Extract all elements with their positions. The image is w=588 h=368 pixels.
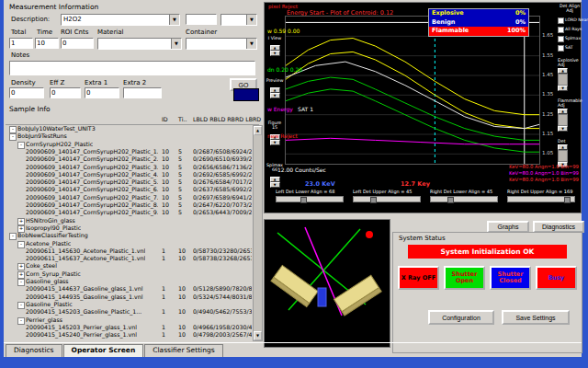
adjuster-scrollbar[interactable]: ▲▼ (558, 68, 568, 91)
det-align-slider[interactable]: Right Det Lower Align = 45 (430, 189, 503, 202)
spinner-down-icon[interactable]: ▼ (270, 51, 280, 56)
material-combo[interactable]: ▼ (97, 38, 182, 50)
color-swatch-button[interactable] (233, 88, 259, 101)
tree-row[interactable]: -BobJuly10WaterTest_UNIT3 (6, 125, 252, 132)
scroll-track[interactable] (558, 74, 568, 86)
tree-item-label: BobNewClassifierTesting (17, 232, 88, 239)
spinner[interactable]: ▲▼ (270, 87, 280, 98)
description-combo[interactable]: H2O2 ▼ (61, 14, 180, 26)
tree-row[interactable]: 20090609_140147_CornSyrupH202_Plastic_2.… (6, 155, 252, 163)
y-axis-tick: 1.35 (542, 91, 553, 97)
status-button-shutter-open[interactable]: Shutter Open (444, 266, 485, 290)
energy-chart-panel: pixel Reject Energy Start - Plot of Cent… (264, 2, 582, 213)
slider-thumb[interactable] (370, 197, 377, 203)
aux-combo[interactable]: ▼ (220, 14, 257, 26)
tree-row[interactable]: +HSNitroGin_glass (6, 217, 252, 224)
tree-row[interactable]: +Isopropyl90_Plastic (6, 224, 252, 232)
tree-row[interactable]: 20090609_140147_CornSyrupH202_Plastic_9.… (6, 209, 252, 216)
tree-row[interactable]: 20090609_140147_CornSyrupH202_Plastic_3.… (6, 164, 252, 171)
scroll-track[interactable] (558, 150, 568, 162)
aux-field[interactable] (186, 14, 217, 25)
chevron-down-icon[interactable]: ▼ (246, 39, 256, 49)
total-field[interactable] (9, 38, 33, 49)
tab-classifier-settings[interactable]: Classifier Settings (144, 344, 222, 357)
tree-row[interactable]: 20090611_145630_Acetone_Plastic_1.vnl110… (6, 247, 252, 255)
tree-row[interactable]: -Gasoline_Plastic (6, 301, 252, 308)
y-axis-tick: 1.65 (542, 32, 553, 38)
option-sat[interactable]: SAT (557, 44, 582, 52)
slider-track[interactable] (507, 196, 575, 202)
spinner-down-icon[interactable]: ▼ (270, 182, 280, 188)
scroll-down-icon[interactable]: ▼ (558, 86, 568, 91)
option-all-rays[interactable]: All Rays (557, 26, 582, 34)
spinner[interactable]: ▲▼ (270, 177, 280, 188)
tree-row[interactable]: 20090609_140147_CornSyrupH202_Plastic_4.… (6, 171, 252, 178)
density-field[interactable] (9, 87, 44, 98)
tree-row[interactable]: +Corn_Syrup_Plastic (6, 270, 252, 278)
scroll-down-icon[interactable]: ▼ (558, 126, 568, 132)
tab-diagnostics[interactable]: Diagnostics (6, 344, 62, 357)
det-align-slider[interactable]: Right Det Upper Align = 169 (507, 189, 581, 202)
container-combo[interactable]: ▼ (186, 38, 257, 50)
adjuster-scrollbar[interactable]: ▲▼ (558, 109, 568, 132)
spinner-down-icon[interactable]: ▼ (270, 93, 280, 98)
tree-row[interactable]: -Acetone_Plastic (6, 240, 252, 247)
slider-thumb[interactable] (447, 197, 454, 203)
slider-track[interactable] (353, 196, 421, 202)
tree-row[interactable]: -BobJun9TestRuns (6, 132, 252, 140)
checkbox[interactable] (558, 36, 564, 42)
det-align-slider[interactable]: Left Det Upper Align = 45 (353, 189, 426, 202)
kev-right-readout: 12.7 Key (401, 180, 430, 188)
extra1-field[interactable] (85, 87, 119, 98)
tree-row[interactable]: 20090609_140147_CornSyrupH202_Plastic_1.… (6, 148, 252, 155)
tree-row[interactable]: 20090609_140147_CornSyrupH202_Plastic_5.… (6, 178, 252, 186)
notes-field[interactable] (9, 61, 255, 75)
tree-row[interactable]: 20090609_140147_CornSyrupH202_Plastic_7.… (6, 194, 252, 201)
status-button-x-ray-off[interactable]: X Ray OFF (398, 266, 439, 290)
tree-row[interactable]: +Coke_steel (6, 262, 252, 270)
tree-row[interactable]: 20090415_145203_Perrier_glass_1.vnl1100/… (6, 324, 252, 331)
checkbox[interactable] (558, 27, 564, 33)
extra2-field[interactable] (123, 87, 162, 98)
status-button-shutter-closed[interactable]: Shutter Closed (490, 266, 531, 290)
tree-row[interactable]: -Perrier_glass (6, 316, 252, 324)
tree-row[interactable]: -Gasoline_glass (6, 278, 252, 285)
tree-scrollbar[interactable]: ▲ ▼ (253, 125, 263, 341)
tree-row[interactable]: -BobNewClassifierTesting (6, 232, 252, 239)
legend-label: Flammable (432, 27, 469, 36)
tree-row[interactable]: 20090415_145240_Perrier_glass_1.vnl1100/… (6, 331, 252, 339)
chevron-down-icon[interactable]: ▼ (171, 39, 181, 49)
time-field[interactable] (35, 38, 59, 49)
slider-thumb[interactable] (564, 197, 571, 203)
scroll-track[interactable] (558, 114, 568, 126)
spinner-down-icon[interactable]: ▼ (270, 140, 280, 145)
sample-tree[interactable]: -BobJuly10WaterTest_UNIT3-BobJun9TestRun… (6, 125, 252, 339)
checkbox[interactable] (558, 45, 564, 52)
slider-thumb[interactable] (300, 197, 307, 203)
roi-field[interactable] (61, 38, 94, 49)
chevron-down-icon[interactable]: ▼ (169, 15, 179, 25)
chevron-down-icon[interactable]: ▼ (246, 15, 256, 25)
option-splmax[interactable]: Splmax (557, 35, 582, 43)
tree-row[interactable]: 20090415_144637_Gasoline_glass_1.vnl1100… (6, 285, 252, 293)
effz-field[interactable] (50, 87, 81, 98)
status-button-busy[interactable]: Busy (536, 266, 577, 290)
det-align-slider[interactable]: Left Det Lower Align = 68 (276, 189, 349, 202)
tree-row[interactable]: -CornSyrupH202_Plastic (6, 141, 252, 148)
tree-row[interactable]: 20090609_140147_CornSyrupH202_Plastic_6.… (6, 186, 252, 193)
slider-track[interactable] (430, 196, 498, 202)
spinner[interactable]: ▲▼ (270, 45, 280, 56)
configuration-button[interactable]: Configuration (428, 310, 494, 325)
checkbox[interactable] (558, 17, 564, 24)
tree-row[interactable]: 20090611_145637_Acetone_Plastic_1.vnl110… (6, 255, 252, 262)
tree-row[interactable]: 20090415_145203_Gasoline_Plastic_1...110… (6, 308, 252, 316)
option-lord-near[interactable]: LORD Near (557, 17, 582, 25)
tree-row[interactable]: 20090609_140147_CornSyrupH202_Plastic_8.… (6, 201, 252, 209)
save-settings-button[interactable]: Save Settings (502, 310, 570, 325)
tab-operator-screen[interactable]: Operator Screen (63, 344, 144, 357)
adjuster-label: Explosive Adj (558, 58, 582, 67)
scroll-down-icon[interactable]: ▼ (254, 331, 262, 340)
tree-row[interactable]: 20090415_144935_Gasoline_glass_1.vnl1100… (6, 293, 252, 301)
scroll-up-icon[interactable]: ▲ (254, 126, 262, 135)
slider-track[interactable] (276, 196, 344, 202)
